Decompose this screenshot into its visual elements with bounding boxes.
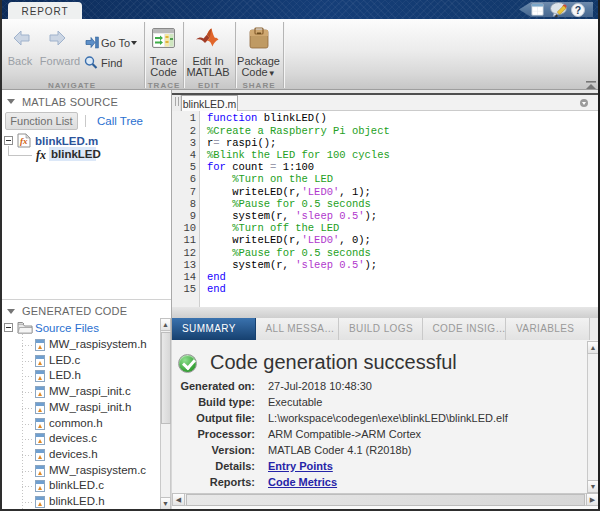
- svg-text:?: ?: [575, 4, 581, 16]
- svg-text:fx: fx: [20, 136, 28, 146]
